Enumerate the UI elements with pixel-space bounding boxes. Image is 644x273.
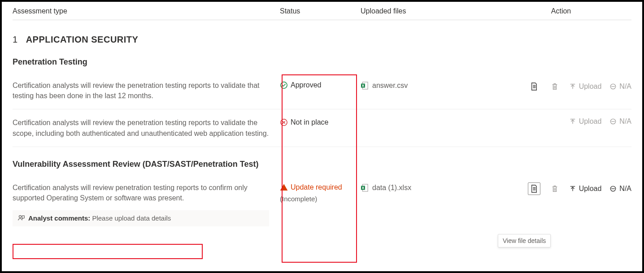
na-label: N/A bbox=[619, 117, 631, 126]
assessment-row: Certification analysts will review the p… bbox=[13, 109, 631, 147]
status-text: Update required bbox=[291, 183, 342, 191]
na-icon bbox=[609, 185, 617, 192]
excel-file-icon bbox=[361, 183, 369, 192]
na-icon bbox=[609, 83, 617, 90]
upload-label: Upload bbox=[579, 185, 602, 193]
upload-button: Upload bbox=[569, 117, 602, 126]
header-uploaded-files: Uploaded files bbox=[361, 7, 491, 15]
delete-file-button[interactable] bbox=[548, 182, 561, 195]
upload-button[interactable]: Upload bbox=[569, 185, 602, 193]
upload-icon bbox=[569, 83, 576, 90]
file-name[interactable]: answer.csv bbox=[372, 82, 408, 90]
assessment-description: Certification analysts will review the p… bbox=[13, 117, 280, 138]
assessment-description: Certification analysts will review penet… bbox=[13, 182, 269, 203]
section-title: 1 APPLICATION SECURITY bbox=[13, 35, 631, 45]
view-file-details-button[interactable] bbox=[528, 80, 540, 93]
upload-icon bbox=[569, 118, 576, 125]
na-button: N/A bbox=[609, 82, 631, 91]
assessment-description-wrap: Certification analysts will review penet… bbox=[13, 182, 280, 226]
analyst-comment-label: Analyst comments: bbox=[28, 213, 90, 223]
section-name: APPLICATION SECURITY bbox=[26, 35, 139, 45]
na-button: N/A bbox=[609, 117, 631, 126]
action-cell: Upload N/A bbox=[491, 182, 631, 195]
warning-triangle-icon bbox=[280, 183, 288, 191]
na-icon bbox=[609, 118, 617, 125]
na-label: N/A bbox=[619, 185, 631, 193]
delete-file-button[interactable] bbox=[548, 80, 561, 93]
group-heading-vulnerability-review: Vulnerability Assessment Review (DAST/SA… bbox=[13, 160, 631, 169]
section-number: 1 bbox=[13, 35, 18, 45]
header-action: Action bbox=[491, 7, 631, 15]
analyst-comment-text: Please upload data details bbox=[92, 213, 171, 223]
view-file-details-tooltip: View file details bbox=[498, 234, 551, 247]
excel-file-icon bbox=[361, 81, 369, 90]
upload-label: Upload bbox=[579, 82, 602, 91]
status-cell: Not in place bbox=[280, 117, 361, 126]
group-heading-penetration-testing: Penetration Testing bbox=[13, 57, 631, 67]
file-name[interactable]: data (1).xlsx bbox=[372, 184, 411, 192]
checkmark-circle-icon bbox=[280, 81, 288, 89]
status-text: Approved bbox=[291, 81, 322, 89]
column-headers: Assessment type Status Uploaded files Ac… bbox=[13, 5, 631, 20]
action-cell: Upload N/A bbox=[491, 117, 631, 126]
header-assessment-type: Assessment type bbox=[13, 7, 280, 15]
annotation-highlight-analyst-comment bbox=[13, 244, 203, 259]
status-text: Not in place bbox=[291, 118, 329, 126]
upload-label: Upload bbox=[579, 117, 602, 126]
na-button[interactable]: N/A bbox=[609, 185, 631, 193]
assessment-row: Certification analysts will review penet… bbox=[13, 174, 631, 228]
na-label: N/A bbox=[619, 82, 631, 91]
upload-button: Upload bbox=[569, 82, 602, 91]
x-circle-icon bbox=[280, 118, 288, 126]
status-cell: Approved bbox=[280, 80, 361, 89]
upload-icon bbox=[569, 185, 576, 192]
file-cell: data (1).xlsx bbox=[361, 182, 491, 192]
svg-point-21 bbox=[283, 189, 284, 189]
file-cell bbox=[361, 117, 491, 118]
status-subtext: (Incomplete) bbox=[280, 195, 361, 203]
action-cell: Upload N/A bbox=[491, 80, 631, 93]
analyst-comment-box: Analyst comments: Please upload data det… bbox=[13, 210, 269, 226]
header-status: Status bbox=[280, 7, 361, 15]
assessment-description: Certification analysts will review the p… bbox=[13, 80, 280, 101]
file-cell: answer.csv bbox=[361, 80, 491, 90]
status-cell: Update required (Incomplete) bbox=[280, 182, 361, 203]
view-file-details-button[interactable] bbox=[528, 182, 540, 195]
assessment-row: Certification analysts will review the p… bbox=[13, 72, 631, 109]
svg-point-19 bbox=[19, 216, 21, 218]
comment-person-icon bbox=[17, 214, 26, 222]
assessment-panel: Assessment type Status Uploaded files Ac… bbox=[0, 0, 644, 273]
